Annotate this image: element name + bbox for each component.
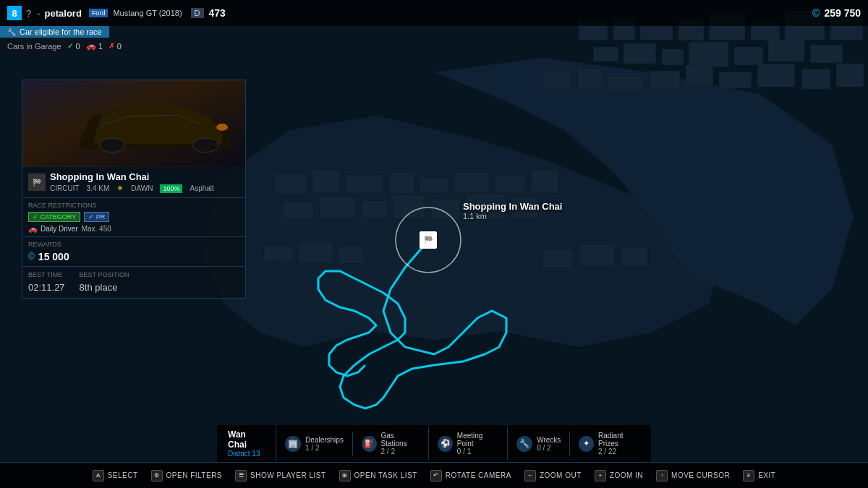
action-player-list: ☰ SHOW PLAYER LIST <box>235 470 326 481</box>
bottom-info-bar: Wan Chai District 13 🏢 Dealerships 1 / 2… <box>217 425 651 462</box>
svg-rect-15 <box>810 45 843 63</box>
restrictions-label: RACE RESTRICTIONS <box>28 202 239 209</box>
eligible-icon: 🔧 <box>7 28 16 36</box>
restriction-tags: ✓ CATEGORY ✓ PR <box>28 212 239 222</box>
wrecks-count: 0 / 2 <box>537 444 561 452</box>
exit-key[interactable]: ≡ <box>743 470 754 481</box>
svg-rect-39 <box>511 197 539 218</box>
driver-label: Daily Driver <box>41 225 78 233</box>
svg-rect-25 <box>275 174 307 194</box>
reward-currency-icon: © <box>28 252 35 262</box>
eligible-text: Car eligible for the race <box>20 27 102 36</box>
svg-rect-34 <box>320 197 356 218</box>
svg-rect-44 <box>579 244 615 266</box>
best-position-block: BEST POSITION 8th place <box>80 271 129 294</box>
dealerships-icon: 🏢 <box>285 436 301 452</box>
player-number: 8 <box>7 6 22 20</box>
info-dealerships: 🏢 Dealerships 1 / 2 <box>276 432 353 456</box>
garage-check-item: ✓ 0 <box>67 41 80 51</box>
gas-stations-icon: ⛽ <box>362 436 377 452</box>
zoom-in-key[interactable]: + <box>595 470 606 481</box>
race-distance: 3.4 KM <box>87 184 110 192</box>
garage-x-count: 0 <box>117 42 122 51</box>
svg-rect-31 <box>495 175 525 193</box>
reward-value: © 15 000 <box>28 251 239 262</box>
zoom-out-key[interactable]: − <box>524 470 536 481</box>
radiant-prizes-count: 2 / 22 <box>598 448 642 455</box>
svg-rect-11 <box>662 49 684 65</box>
restrictions-section: RACE RESTRICTIONS ✓ CATEGORY ✓ PR 🚗 Dail… <box>22 198 245 237</box>
info-wrecks: 🔧 Wrecks 0 / 2 <box>508 432 570 456</box>
svg-rect-17 <box>577 69 603 89</box>
gas-stations-label: Gas Stations <box>381 432 420 448</box>
wrecks-text: Wrecks 0 / 2 <box>537 436 561 452</box>
svg-point-52 <box>192 138 218 153</box>
action-select: A SELECT <box>93 470 138 481</box>
max-label: Max. 450 <box>82 225 111 233</box>
garage-x-item: ✗ 0 <box>109 41 122 51</box>
svg-point-51 <box>99 138 125 153</box>
rotate-camera-key[interactable]: ↶ <box>430 470 442 481</box>
race-meta: CIRCUIT 3.4 KM ☀ DAWN 100% Asphalt <box>50 184 214 193</box>
gas-stations-text: Gas Stations 2 / 2 <box>381 432 420 455</box>
tag-pr: ✓ PR <box>84 212 109 222</box>
action-exit[interactable]: ≡ EXIT <box>743 470 775 481</box>
dealerships-label: Dealerships <box>305 436 344 444</box>
player-list-label: SHOW PLAYER LIST <box>250 471 326 479</box>
svg-rect-22 <box>757 64 795 87</box>
player-badge: 8 ? - petalord Ford Mustang GT (2018) D … <box>7 6 226 20</box>
svg-rect-23 <box>801 69 830 89</box>
svg-rect-14 <box>768 40 804 61</box>
weather-icon: ☀ <box>116 184 124 193</box>
dealerships-count: 1 / 2 <box>305 444 344 452</box>
svg-point-46 <box>396 207 461 273</box>
svg-rect-41 <box>298 242 333 262</box>
dealerships-text: Dealerships 1 / 2 <box>305 436 344 452</box>
svg-rect-13 <box>734 47 763 65</box>
surface-badge: 100% <box>160 184 182 193</box>
svg-rect-48 <box>420 231 437 249</box>
svg-rect-18 <box>608 76 644 90</box>
player-list-key: ☰ <box>235 470 247 481</box>
svg-rect-33 <box>284 201 314 219</box>
move-cursor-key[interactable]: ↑ <box>656 470 668 481</box>
svg-rect-36 <box>393 195 425 218</box>
rating-number: 473 <box>209 7 226 19</box>
action-zoom-out[interactable]: − ZOOM OUT <box>524 470 582 481</box>
svg-rect-16 <box>542 72 571 88</box>
race-panel: 🏁 Shopping In Wan Chai CIRCUIT 3.4 KM ☀ … <box>22 80 246 299</box>
eligible-banner: 🔧 Car eligible for the race <box>0 26 109 38</box>
svg-rect-30 <box>454 172 489 192</box>
player-name: petalord <box>45 8 82 19</box>
meeting-point-count: 0 / 1 <box>457 448 498 455</box>
filters-key: ⚙ <box>151 470 163 481</box>
svg-text:🏁: 🏁 <box>424 235 433 244</box>
best-position-value: 8th place <box>80 282 118 293</box>
filters-label: OPEN FILTERS <box>166 471 223 479</box>
gas-stations-count: 2 / 2 <box>381 448 420 455</box>
svg-point-47 <box>425 236 432 244</box>
rating-letter: D <box>191 8 204 18</box>
action-zoom-in[interactable]: + ZOOM IN <box>595 470 643 481</box>
best-position-label: BEST POSITION <box>80 271 129 278</box>
svg-rect-27 <box>346 175 383 193</box>
best-time-label: BEST TIME <box>28 271 65 278</box>
time-label: DAWN <box>131 184 153 192</box>
meeting-point-label: Meeting Point <box>457 432 498 448</box>
info-radiant-prizes: ✦ Radiant Prizes 2 / 22 <box>570 427 651 460</box>
district-info: Wan Chai District 13 <box>217 425 276 462</box>
race-type-label: CIRCUIT <box>50 184 80 192</box>
svg-rect-3 <box>640 25 673 40</box>
action-rotate-camera[interactable]: ↶ ROTATE CAMERA <box>430 470 511 481</box>
district-name: Wan Chai <box>228 429 265 450</box>
car-icon: 🚗 <box>86 41 96 51</box>
car-brand-icon: Ford <box>89 9 109 17</box>
svg-rect-26 <box>312 170 340 193</box>
driver-icon: 🚗 <box>28 225 37 233</box>
svg-rect-24 <box>836 64 864 87</box>
svg-rect-43 <box>542 249 573 267</box>
rewards-section: REWARDS © 15 000 <box>22 237 245 267</box>
action-move-cursor[interactable]: ↑ MOVE CURSOR <box>656 470 730 481</box>
svg-rect-42 <box>339 246 364 263</box>
select-label: SELECT <box>108 471 138 479</box>
